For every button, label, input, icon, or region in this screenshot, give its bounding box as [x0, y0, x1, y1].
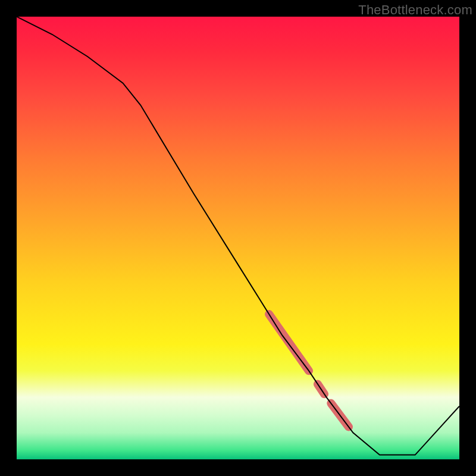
chart-stage: TheBottleneck.com: [0, 0, 476, 476]
chart-gradient-background: [17, 17, 459, 459]
watermark-text: TheBottleneck.com: [358, 2, 472, 18]
